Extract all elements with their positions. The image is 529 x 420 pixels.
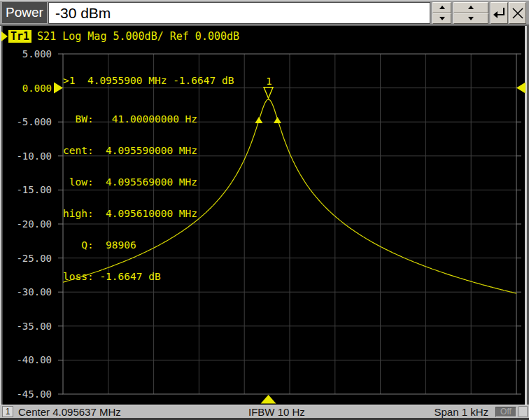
status-bar-grip <box>519 406 528 417</box>
arrow-down-icon <box>439 17 445 20</box>
return-arrow-icon <box>493 6 507 21</box>
marker-readout-cent: cent: 4.095590000 MHz <box>63 146 234 156</box>
vna-screen: Power -30 dBm Tr1 <box>0 0 529 420</box>
power-label: Power <box>2 2 47 23</box>
active-trace-arrow-icon <box>1 31 8 41</box>
arrow-up-icon <box>439 6 445 9</box>
y-axis-tick-label: -30.00 <box>16 286 52 298</box>
center-frequency-text: Center 4.095637 MHz <box>18 406 121 418</box>
power-entry-bar: Power -30 dBm <box>0 0 529 26</box>
y-axis-tick-label: 0.000 <box>22 83 52 94</box>
step-up-large-button[interactable] <box>453 2 488 13</box>
coarse-step-spinner <box>453 2 488 24</box>
marker-readout-loss: loss: -1.6647 dB <box>63 272 234 282</box>
y-axis-tick-label: -40.00 <box>16 354 52 365</box>
marker-readout-high: high: 4.095610000 MHz <box>63 209 234 219</box>
y-axis-tick-label: -45.00 <box>16 388 52 400</box>
arrow-down-icon <box>468 17 474 20</box>
y-axis-tick-label: 5.000 <box>22 48 52 59</box>
marker-readout-header: >1 4.0955900 MHz -1.6647 dB <box>63 76 234 86</box>
fine-step-spinner <box>432 2 451 24</box>
trace-format-text: S21 Log Mag 5.000dB/ Ref 0.000dB <box>37 30 239 43</box>
y-axis-tick-label: -15.00 <box>16 184 52 195</box>
y-axis-tick-label: -35.00 <box>16 321 52 332</box>
marker-readout-q: Q: 98906 <box>63 240 234 251</box>
y-axis-tick-label: -10.00 <box>16 150 52 162</box>
marker-1-symbol <box>264 88 273 99</box>
bw-marker-high-icon <box>274 117 281 123</box>
stimulus-marker-icon <box>261 395 276 404</box>
step-down-large-button[interactable] <box>453 13 488 24</box>
marker-readout-low: low: 4.095569000 MHz <box>63 177 234 188</box>
enter-button[interactable] <box>491 2 508 24</box>
span-text: Span 1 kHz <box>434 406 488 418</box>
marker-readout: >1 4.0955900 MHz -1.6647 dB BW: 41.00000… <box>63 55 234 303</box>
y-axis-tick-label: -20.00 <box>16 218 52 230</box>
trace-status-line: Tr1 S21 Log Mag 5.000dB/ Ref 0.000dB <box>0 30 239 43</box>
averaging-off-badge: Off <box>495 407 516 417</box>
channel-indicator: 1 <box>2 406 13 417</box>
status-bar: 1 Center 4.095637 MHz IFBW 10 Hz Span 1 … <box>0 405 529 418</box>
close-button[interactable] <box>509 2 526 24</box>
ref-level-left-icon <box>54 83 63 94</box>
trace-name-badge[interactable]: Tr1 <box>8 30 31 43</box>
bw-marker-low-icon <box>255 117 262 123</box>
marker-readout-bw: BW: 41.00000000 Hz <box>63 114 234 125</box>
ifbw-text: IFBW 10 Hz <box>248 406 305 418</box>
y-axis-tick-label: -5.000 <box>16 116 52 127</box>
arrow-up-icon <box>468 6 474 9</box>
y-axis-tick-label: -25.00 <box>16 253 52 264</box>
power-value: -30 dBm <box>55 5 111 21</box>
step-down-small-button[interactable] <box>432 13 451 24</box>
step-up-small-button[interactable] <box>432 2 451 13</box>
ref-level-right-icon <box>516 83 526 94</box>
power-value-field[interactable]: -30 dBm <box>48 2 430 24</box>
marker-1-label: 1 <box>266 76 271 87</box>
close-icon <box>512 7 524 20</box>
